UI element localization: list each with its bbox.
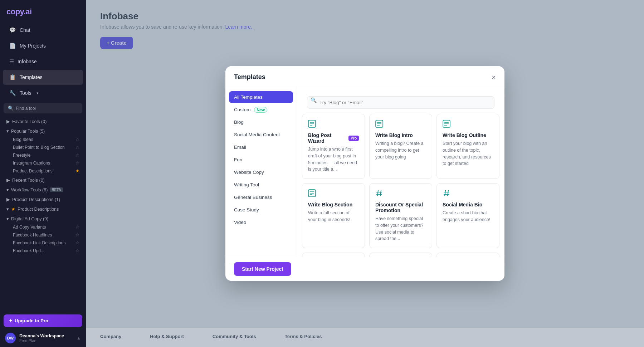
filter-case-study[interactable]: Case Study <box>229 204 293 216</box>
tool-facebook-link[interactable]: Facebook Link Descriptions ☆ <box>3 239 83 247</box>
template-card-write-blog-outline[interactable]: Write Blog Outline Start your blog with … <box>436 114 499 179</box>
svg-line-17 <box>380 190 381 196</box>
search-container: 🔍 <box>302 91 499 109</box>
star-icon[interactable]: ☆ <box>75 137 79 142</box>
sidebar-search[interactable]: 🔍 Find a tool <box>4 103 82 113</box>
blog-outline-icon <box>443 120 493 129</box>
sidebar-item-templates[interactable]: 📋 Templates <box>3 70 83 85</box>
app-logo: copy.ai <box>0 0 86 22</box>
product-desc-2-header[interactable]: ▾ ★ Product Descriptions <box>3 205 83 214</box>
sidebar: copy.ai 💬 Chat 📄 My Projects ☰ Infobase … <box>0 0 86 347</box>
card-desc: Create a short bio that engages your aud… <box>443 210 493 223</box>
tool-freestyle[interactable]: Freestyle ☆ <box>3 151 83 159</box>
start-project-button[interactable]: Start New Project <box>234 262 291 276</box>
filter-writing[interactable]: Writing Tool <box>229 179 293 191</box>
star-icon[interactable]: ☆ <box>75 153 79 158</box>
template-card-seasonal[interactable]: Seasonal / Holiday <box>369 253 432 257</box>
user-plan: Free Plan <box>19 338 73 343</box>
chevron-right-icon: ▶ <box>6 177 10 183</box>
search-icon: 🔍 <box>311 97 317 103</box>
filter-website[interactable]: Website Copy <box>229 166 293 178</box>
modal-overlay: Templates × All Templates Custom New Blo… <box>86 0 644 347</box>
discount-icon <box>375 189 426 199</box>
star-icon[interactable]: ☆ <box>75 233 79 238</box>
card-desc: Writing a blog? Create a compelling intr… <box>375 140 426 160</box>
popular-tools-group: ▾ Popular Tools (5) Blog Ideas ☆ Bullet … <box>3 127 83 175</box>
tool-product-descriptions[interactable]: Product Descriptions ★ <box>3 167 83 175</box>
recent-tools-header[interactable]: ▶ Recent Tools (0) <box>3 176 83 185</box>
blog-section-icon <box>308 189 359 199</box>
chevron-right-icon: ▶ <box>6 119 10 124</box>
recent-tools-group: ▶ Recent Tools (0) <box>3 176 83 185</box>
workflow-tools-header[interactable]: ▾ Workflow Tools (6) BETA <box>3 185 83 194</box>
template-card-blog-post-wizard[interactable]: Blog Post Wizard Pro Jump into a whole f… <box>302 114 365 179</box>
avatar: DW <box>5 333 16 343</box>
star-filled-icon[interactable]: ★ <box>75 168 79 174</box>
upgrade-icon: ✦ <box>9 318 13 323</box>
new-badge: New <box>254 107 267 113</box>
search-input[interactable] <box>307 96 494 109</box>
modal-footer: Start New Project <box>225 257 504 281</box>
templates-modal: Templates × All Templates Custom New Blo… <box>225 66 504 281</box>
card-desc: Jump into a whole first draft of your bl… <box>308 146 359 173</box>
favorite-tools-header[interactable]: ▶ Favorite Tools (0) <box>3 117 83 126</box>
filter-social[interactable]: Social Media Content <box>229 129 293 141</box>
chevron-up-icon[interactable]: ▲ <box>77 336 81 341</box>
tool-instagram[interactable]: Instagram Captions ☆ <box>3 159 83 167</box>
filter-custom[interactable]: Custom New <box>229 104 293 116</box>
sidebar-item-my-projects[interactable]: 📄 My Projects <box>3 38 83 53</box>
digital-ad-group: ▾ Digital Ad Copy (9) Ad Copy Variants ☆… <box>3 214 83 255</box>
chat-icon: 💬 <box>9 27 16 33</box>
modal-header: Templates × <box>225 66 504 86</box>
chevron-down-icon: ▾ <box>6 128 9 134</box>
tool-ad-copy-variants[interactable]: Ad Copy Variants ☆ <box>3 223 83 231</box>
filter-video[interactable]: Video <box>229 216 293 228</box>
filter-general[interactable]: General Business <box>229 191 293 203</box>
svg-line-21 <box>448 190 448 196</box>
filter-panel: All Templates Custom New Blog Social Med… <box>225 86 297 257</box>
star-icon[interactable]: ☆ <box>75 161 79 166</box>
favorite-tools-group: ▶ Favorite Tools (0) <box>3 117 83 126</box>
filter-fun[interactable]: Fun <box>229 154 293 166</box>
user-section: DW Deanna's Workspace Free Plan ▲ <box>0 329 86 347</box>
product-desc-1-group: ▶ Product Descriptions (1) <box>3 195 83 204</box>
digital-ad-header[interactable]: ▾ Digital Ad Copy (9) <box>3 214 83 223</box>
card-title: Social Media Bio <box>443 202 482 207</box>
template-card-discount[interactable]: Discount Or Special Promotion Have somet… <box>369 183 432 248</box>
popular-tools-header[interactable]: ▾ Popular Tools (5) <box>3 127 83 136</box>
template-card-share-tips[interactable]: Share Tips And Knowledge <box>302 253 365 257</box>
star-icon[interactable]: ☆ <box>75 225 79 230</box>
card-title: Write Blog Section <box>308 202 352 207</box>
star-icon[interactable]: ☆ <box>75 240 79 245</box>
card-title: Blog Post Wizard <box>308 132 346 144</box>
card-title: Write Blog Intro <box>375 132 413 138</box>
sidebar-item-chat[interactable]: 💬 Chat <box>3 23 83 38</box>
sidebar-item-tools[interactable]: 🔧 Tools ▾ <box>3 85 83 101</box>
product-desc-2-group: ▾ ★ Product Descriptions <box>3 205 83 214</box>
tool-facebook-upd[interactable]: Facebook Upd... ☆ <box>3 247 83 255</box>
template-card-social-bio[interactable]: Social Media Bio Create a short bio that… <box>436 183 499 248</box>
card-title: Discount Or Special Promotion <box>375 202 426 213</box>
upgrade-button[interactable]: ✦ Upgrade to Pro <box>4 314 82 327</box>
modal-title: Templates <box>234 73 265 81</box>
template-card-write-blog-intro[interactable]: Write Blog Intro Writing a blog? Create … <box>369 114 432 179</box>
card-title: Write Blog Outline <box>443 132 486 138</box>
chevron-down-icon: ▾ <box>6 216 9 221</box>
filter-blog[interactable]: Blog <box>229 116 293 128</box>
template-card-showcase[interactable]: Showcase A Customer Or Testimonial <box>436 253 499 257</box>
filter-all-templates[interactable]: All Templates <box>229 91 293 103</box>
close-button[interactable]: × <box>492 74 496 81</box>
tool-bullet-point[interactable]: Bullet Point to Blog Section ☆ <box>3 143 83 151</box>
user-name: Deanna's Workspace <box>19 333 73 338</box>
filter-email[interactable]: Email <box>229 141 293 153</box>
sidebar-item-infobase[interactable]: ☰ Infobase <box>3 54 83 69</box>
star-icon[interactable]: ☆ <box>75 248 79 253</box>
modal-body: All Templates Custom New Blog Social Med… <box>225 86 504 257</box>
star-icon[interactable]: ☆ <box>75 145 79 150</box>
templates-grid: Blog Post Wizard Pro Jump into a whole f… <box>302 114 499 257</box>
tool-facebook-headlines[interactable]: Facebook Headlines ☆ <box>3 231 83 239</box>
tools-icon: 🔧 <box>9 90 16 96</box>
tool-blog-ideas[interactable]: Blog Ideas ☆ <box>3 136 83 143</box>
product-desc-1-header[interactable]: ▶ Product Descriptions (1) <box>3 195 83 204</box>
template-card-write-blog-section[interactable]: Write Blog Section Write a full section … <box>302 183 365 248</box>
